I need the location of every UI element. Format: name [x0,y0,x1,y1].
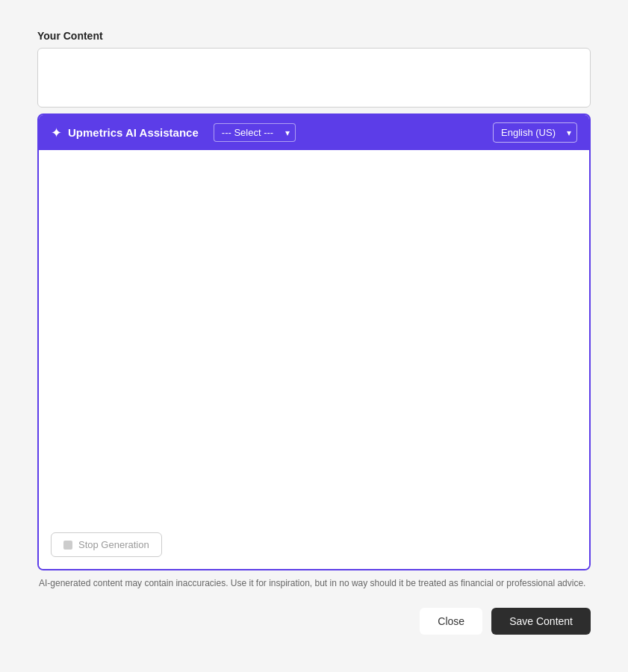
ai-content-area [39,150,589,523]
ai-select-dropdown[interactable]: --- Select --- Option 1 Option 2 [214,123,296,142]
save-content-button[interactable]: Save Content [491,608,591,635]
stop-generation-button[interactable]: Stop Generation [51,532,162,557]
ai-assistance-panel: ✦ Upmetrics AI Assistance --- Select ---… [37,113,591,570]
action-buttons-row: Close Save Content [37,600,591,642]
close-button[interactable]: Close [420,608,482,635]
select-wrapper: --- Select --- Option 1 Option 2 [214,123,296,142]
ai-header-left: ✦ Upmetrics AI Assistance --- Select ---… [51,123,296,142]
ai-header: ✦ Upmetrics AI Assistance --- Select ---… [39,115,589,150]
language-dropdown-wrapper: English (US) English (UK) Spanish French… [493,122,577,143]
bottom-section: AI-generated content may contain inaccur… [37,578,591,642]
disclaimer-text: AI-generated content may contain inaccur… [37,578,591,588]
content-textarea[interactable] [37,48,591,108]
your-content-label: Your Content [37,30,591,42]
ai-footer: Stop Generation [39,523,589,569]
language-select[interactable]: English (US) English (UK) Spanish French… [493,122,577,143]
stop-icon [63,541,72,550]
stop-generation-label: Stop Generation [78,539,149,550]
ai-title: Upmetrics AI Assistance [68,126,199,139]
ai-magic-icon: ✦ [51,125,62,141]
